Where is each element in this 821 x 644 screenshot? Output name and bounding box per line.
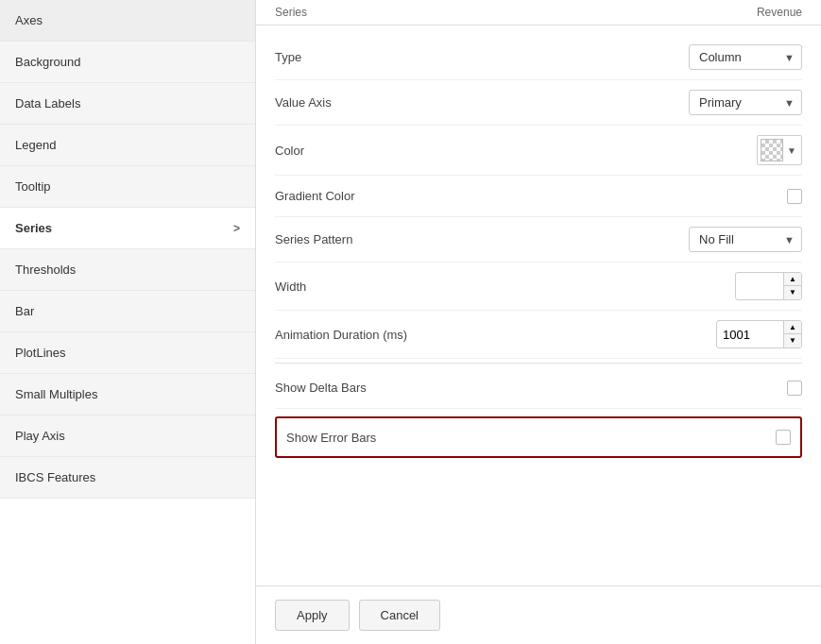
value-axis-select[interactable]: Primary Secondary [689, 90, 802, 115]
apply-button[interactable]: Apply [275, 600, 350, 631]
content-header: Series Revenue [256, 0, 821, 25]
sidebar-item-ibcs-features[interactable]: IBCS Features [0, 457, 255, 499]
type-control: Column Bar Line Area ▼ [483, 44, 802, 70]
series-pattern-control: No Fill Solid Hatched ▼ [483, 227, 802, 252]
sidebar-item-background[interactable]: Background [0, 42, 255, 83]
color-swatch [761, 139, 783, 161]
cancel-button[interactable]: Cancel [359, 600, 440, 631]
sidebar-item-label-background: Background [15, 55, 80, 69]
animation-decrement-button[interactable]: ▼ [784, 334, 801, 347]
sidebar-item-thresholds[interactable]: Thresholds [0, 249, 255, 291]
sidebar-item-label-play-axis: Play Axis [15, 429, 65, 443]
sidebar-item-series[interactable]: Series> [0, 208, 255, 249]
show-delta-bars-label: Show Delta Bars [275, 381, 483, 395]
animation-duration-row: Animation Duration (ms) ▲ ▼ [275, 311, 802, 359]
show-error-bars-label: Show Error Bars [286, 431, 494, 445]
series-label: Series [275, 6, 307, 19]
color-dropdown-icon: ▼ [785, 145, 798, 156]
show-error-bars-inner: Show Error Bars [286, 430, 791, 445]
width-input[interactable] [736, 276, 783, 297]
series-pattern-select[interactable]: No Fill Solid Hatched [689, 227, 802, 252]
sidebar: AxesBackgroundData LabelsLegendTooltipSe… [0, 0, 256, 644]
sidebar-item-label-thresholds: Thresholds [15, 263, 76, 277]
value-axis-control: Primary Secondary ▼ [483, 90, 802, 115]
color-picker-button[interactable]: ▼ [757, 135, 802, 165]
sidebar-item-label-axes: Axes [15, 13, 43, 27]
sidebar-item-bar[interactable]: Bar [0, 291, 255, 332]
width-spinner: ▲ ▼ [735, 272, 802, 300]
sidebar-item-play-axis[interactable]: Play Axis [0, 415, 255, 457]
type-select-wrapper: Column Bar Line Area ▼ [689, 44, 802, 70]
revenue-label: Revenue [757, 6, 802, 19]
sidebar-chevron-series: > [233, 222, 240, 235]
show-error-bars-highlighted-row: Show Error Bars [275, 416, 802, 458]
animation-increment-button[interactable]: ▲ [784, 321, 801, 334]
type-label: Type [275, 50, 483, 64]
sidebar-item-label-ibcs-features: IBCS Features [15, 470, 95, 484]
anim-spinner-buttons: ▲ ▼ [783, 321, 801, 347]
type-select[interactable]: Column Bar Line Area [689, 44, 802, 70]
sidebar-item-axes[interactable]: Axes [0, 0, 255, 42]
show-error-bars-checkbox[interactable] [776, 430, 791, 445]
form-area: Type Column Bar Line Area ▼ Value Axis [256, 25, 821, 585]
sidebar-item-plotlines[interactable]: PlotLines [0, 332, 255, 374]
sidebar-item-label-series: Series [15, 221, 52, 235]
value-axis-row: Value Axis Primary Secondary ▼ [275, 80, 802, 126]
color-row: Color ▼ [275, 126, 802, 176]
sidebar-item-data-labels[interactable]: Data Labels [0, 83, 255, 125]
gradient-color-label: Gradient Color [275, 189, 483, 203]
show-delta-bars-control [483, 381, 802, 396]
animation-duration-spinner: ▲ ▼ [716, 320, 802, 348]
width-control: ▲ ▼ [483, 272, 802, 300]
series-pattern-select-wrapper: No Fill Solid Hatched ▼ [689, 227, 802, 252]
sidebar-item-label-legend: Legend [15, 138, 56, 152]
series-pattern-label: Series Pattern [275, 232, 483, 246]
sidebar-item-small-multiples[interactable]: Small Multiples [0, 374, 255, 415]
sidebar-item-tooltip[interactable]: Tooltip [0, 166, 255, 208]
color-control: ▼ [483, 135, 802, 165]
value-axis-select-wrapper: Primary Secondary ▼ [689, 90, 802, 115]
type-row: Type Column Bar Line Area ▼ [275, 35, 802, 80]
sidebar-item-label-plotlines: PlotLines [15, 346, 65, 360]
show-delta-bars-row: Show Delta Bars [275, 367, 802, 409]
sidebar-item-legend[interactable]: Legend [0, 125, 255, 166]
width-decrement-button[interactable]: ▼ [784, 286, 801, 299]
sidebar-item-label-data-labels: Data Labels [15, 96, 80, 110]
series-pattern-row: Series Pattern No Fill Solid Hatched ▼ [275, 217, 802, 263]
gradient-color-control [483, 189, 802, 204]
animation-duration-control: ▲ ▼ [483, 320, 802, 348]
width-spinner-buttons: ▲ ▼ [783, 273, 801, 299]
sidebar-item-label-small-multiples: Small Multiples [15, 387, 97, 401]
show-delta-bars-checkbox[interactable] [787, 381, 802, 396]
width-increment-button[interactable]: ▲ [784, 273, 801, 286]
width-row: Width ▲ ▼ [275, 263, 802, 311]
value-axis-label: Value Axis [275, 95, 483, 110]
section-divider [275, 363, 802, 364]
gradient-color-row: Gradient Color [275, 176, 802, 217]
animation-duration-label: Animation Duration (ms) [275, 328, 483, 342]
sidebar-item-label-bar: Bar [15, 304, 34, 318]
footer-buttons: Apply Cancel [256, 585, 821, 644]
gradient-color-checkbox[interactable] [787, 189, 802, 204]
animation-duration-input[interactable] [717, 324, 783, 346]
sidebar-item-label-tooltip: Tooltip [15, 179, 51, 194]
main-content: Series Revenue Type Column Bar Line Area… [256, 0, 821, 644]
width-label: Width [275, 280, 483, 294]
color-label: Color [275, 144, 483, 158]
